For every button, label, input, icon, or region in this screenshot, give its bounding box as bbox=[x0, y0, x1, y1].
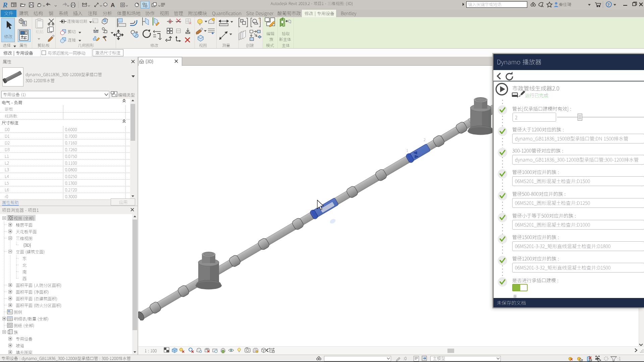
svg-text:1: 1 bbox=[104, 4, 106, 6]
svg-text:A: A bbox=[111, 2, 115, 8]
svg-text:R: R bbox=[2, 1, 8, 9]
svg-text:?: ? bbox=[607, 2, 610, 7]
